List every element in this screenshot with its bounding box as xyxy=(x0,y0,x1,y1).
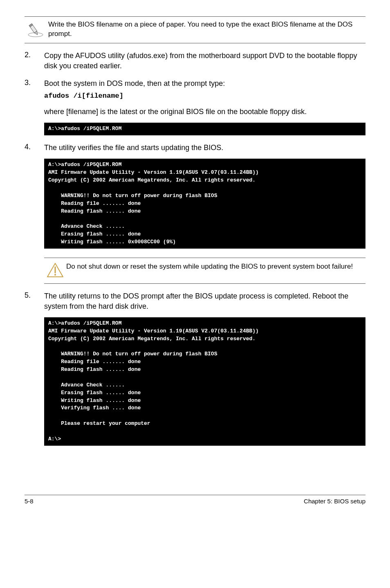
terminal-3: A:\>afudos /iP5QLEM.ROM AMI Firmware Upd… xyxy=(44,317,365,446)
pencil-icon xyxy=(25,20,47,37)
step-4-text: The utility verifies the file and starts… xyxy=(44,143,365,153)
step-4: 4. The utility verifies the file and sta… xyxy=(25,143,365,153)
step-5: 5. The utility returns to the DOS prompt… xyxy=(25,291,365,312)
step-4-number: 4. xyxy=(25,143,44,153)
step-3-command: afudos /i[filename] xyxy=(44,91,365,101)
step-3-text: Boot the system in DOS mode, then at the… xyxy=(44,79,365,89)
step-2: 2. Copy the AFUDOS utility (afudos.exe) … xyxy=(25,51,365,71)
warning-text: Do not shut down or reset the system whi… xyxy=(66,262,365,272)
caution-icon xyxy=(44,262,66,278)
footer-page-number: 5-8 xyxy=(25,498,34,505)
step-5-number: 5. xyxy=(25,291,44,312)
terminal-2: A:\>afudos /iP5QLEM.ROM AMI Firmware Upd… xyxy=(44,159,365,248)
step-5-text: The utility returns to the DOS prompt af… xyxy=(44,291,365,312)
step-3: 3. Boot the system in DOS mode, then at … xyxy=(25,79,365,101)
page-footer: 5-8 Chapter 5: BIOS setup xyxy=(25,495,365,505)
step-3-number: 3. xyxy=(25,79,44,101)
step-2-text: Copy the AFUDOS utility (afudos.exe) fro… xyxy=(44,51,365,71)
top-note: Write the BIOS filename on a piece of pa… xyxy=(25,16,365,43)
footer-chapter: Chapter 5: BIOS setup xyxy=(304,498,365,505)
step-2-number: 2. xyxy=(25,51,44,71)
terminal-1: A:\>afudos /iP5QLEM.ROM xyxy=(44,123,365,135)
step-3-where: where [filename] is the latest or the or… xyxy=(44,107,365,117)
svg-point-6 xyxy=(54,274,56,276)
top-note-text: Write the BIOS filename on a piece of pa… xyxy=(47,20,365,39)
warning-note: Do not shut down or reset the system whi… xyxy=(44,258,365,284)
